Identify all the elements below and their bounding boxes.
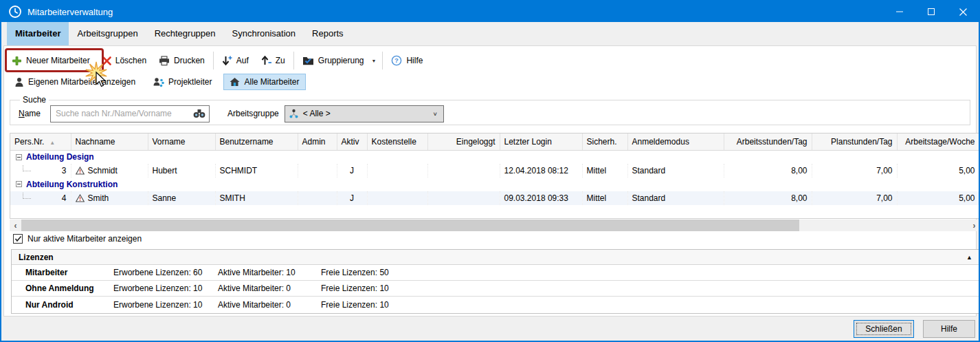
horizontal-scrollbar[interactable]: ‹ ›	[10, 220, 980, 231]
column-header-vorname[interactable]: Vorname	[148, 133, 215, 150]
all-employees-label: Alle Mitarbeiter	[244, 77, 299, 87]
minimize-button[interactable]	[884, 1, 915, 22]
home-icon	[230, 77, 240, 87]
app-icon	[8, 5, 22, 19]
column-header-benutzername[interactable]: Benutzername	[215, 133, 298, 150]
table-row-smith[interactable]: 4 Smith Sanne SMITH J 09.03.2018 09:33 M…	[10, 191, 979, 205]
close-icon	[959, 8, 967, 16]
project-lead-filter-button[interactable]: Projektleiter	[147, 74, 218, 90]
table-row-schmidt[interactable]: 3 Schmidt Hubert SCHMIDT J 12.04.2018 08…	[10, 164, 979, 178]
checkmark-icon	[14, 235, 22, 242]
app-window: Mitarbeiterverwaltung Mitarbeiter Arbeit…	[0, 0, 980, 342]
tree-line	[23, 193, 31, 199]
column-header-anmeldemodus[interactable]: Anmeldemodus	[627, 133, 724, 150]
group-row-design[interactable]: Abteilung Design	[10, 150, 979, 164]
grouping-button[interactable]: Gruppierung	[296, 51, 370, 70]
column-header-sicherh[interactable]: Sicherh.	[582, 133, 627, 150]
search-groupbox: Suche Name Arbeitsgruppe	[10, 95, 970, 125]
folder-icon	[302, 56, 314, 65]
tab-bar: Mitarbeiter Arbeitsgruppen Rechtegruppen…	[1, 22, 979, 45]
column-header-admin[interactable]: Admin	[298, 133, 337, 150]
employee-table: Pers.Nr.▲ Nachname Vorname Benutzername …	[10, 133, 980, 219]
name-label: Name	[19, 109, 41, 118]
new-employee-label: Neuer Mitarbeiter	[26, 56, 90, 65]
delete-label: Löschen	[115, 56, 146, 65]
plus-icon	[12, 56, 22, 66]
active-only-label: Nur aktive Mitarbeiter anzeigen	[27, 234, 142, 244]
help-dialog-button[interactable]: Hilfe	[923, 320, 975, 338]
column-header-persnr[interactable]: Pers.Nr.▲	[10, 133, 71, 150]
license-row-ohne-anmeldung: Ohne Anmeldung Erworbene Lizenzen: 10 Ak…	[12, 281, 979, 297]
scroll-left-icon[interactable]: ‹	[10, 220, 21, 231]
table-header-row: Pers.Nr.▲ Nachname Vorname Benutzername …	[10, 133, 979, 150]
scroll-right-icon[interactable]: ›	[968, 220, 980, 231]
warning-icon	[76, 167, 85, 175]
sort-asc-icon: ▲	[49, 140, 55, 146]
scrollbar-thumb[interactable]	[21, 220, 799, 231]
close-dialog-button[interactable]: Schließen	[854, 320, 914, 338]
tab-arbeitsgruppen[interactable]: Arbeitsgruppen	[69, 22, 146, 45]
all-employees-filter-button[interactable]: Alle Mitarbeiter	[223, 74, 305, 90]
svg-text:?: ?	[395, 56, 399, 64]
window-title: Mitarbeiterverwaltung	[27, 7, 113, 17]
help-icon: ?	[391, 55, 402, 66]
help-button[interactable]: ? Hilfe	[385, 51, 429, 70]
new-employee-button[interactable]: Neuer Mitarbeiter	[5, 51, 96, 70]
expand-all-button[interactable]: Auf	[216, 51, 255, 70]
workgroup-icon	[289, 109, 299, 119]
column-header-eingeloggt[interactable]: Eingeloggt	[427, 133, 500, 150]
column-header-aktiv[interactable]: Aktiv	[337, 133, 367, 150]
collapse-all-label: Zu	[276, 56, 285, 65]
delete-button[interactable]: Löschen	[96, 51, 153, 70]
active-only-filter[interactable]: Nur aktive Mitarbeiter anzeigen	[13, 234, 142, 244]
arrow-up-minus-icon	[261, 55, 271, 66]
tab-page-mitarbeiter: Neuer Mitarbeiter Löschen Drucken	[3, 45, 977, 317]
arrow-down-plus-icon	[222, 55, 232, 66]
tab-mitarbeiter[interactable]: Mitarbeiter	[7, 22, 69, 45]
active-only-checkbox[interactable]	[13, 234, 23, 244]
toolbar-separator	[382, 52, 383, 70]
panel-collapse-icon[interactable]: ▲	[966, 250, 972, 265]
search-input[interactable]	[50, 105, 210, 122]
collapse-all-button[interactable]: Zu	[255, 51, 291, 70]
tab-reports[interactable]: Reports	[304, 22, 352, 45]
print-button[interactable]: Drucken	[153, 51, 211, 70]
tree-collapse-icon[interactable]	[16, 154, 22, 160]
grouping-dropdown-caret[interactable]: ▼	[370, 58, 381, 63]
tab-rechtegruppen[interactable]: Rechtegruppen	[146, 22, 224, 45]
help-label: Hilfe	[406, 56, 423, 65]
project-lead-icon	[153, 77, 164, 87]
footer-bar: Schließen Hilfe	[1, 317, 979, 341]
project-lead-label: Projektleiter	[168, 77, 212, 87]
own-employees-filter-button[interactable]: Eigenen Mitarbeiter anzeigen	[8, 74, 142, 90]
license-row-mitarbeiter: Mitarbeiter Erworbene Lizenzen: 60 Aktiv…	[12, 265, 979, 281]
column-header-arbeitsstunden[interactable]: Arbeitsstunden/Tag	[724, 133, 812, 150]
delete-x-icon	[102, 56, 111, 65]
toolbar-separator	[213, 52, 214, 70]
column-header-nachname[interactable]: Nachname	[71, 133, 148, 150]
tab-synchronisation[interactable]: Synchronisation	[224, 22, 304, 45]
maximize-icon	[928, 8, 935, 15]
print-label: Drucken	[174, 56, 205, 65]
own-employees-label: Eigenen Mitarbeiter anzeigen	[28, 77, 135, 87]
warning-icon	[76, 194, 85, 202]
licenses-header: Lizenzen ▲	[12, 250, 979, 265]
tree-collapse-icon[interactable]	[16, 181, 22, 187]
group-label: Abteilung Design	[26, 152, 94, 162]
column-header-kostenstelle[interactable]: Kostenstelle	[367, 133, 427, 150]
close-button[interactable]	[947, 1, 979, 22]
toolbar-separator	[293, 52, 294, 70]
column-header-planstunden[interactable]: Planstunden/Tag	[812, 133, 897, 150]
maximize-button[interactable]	[915, 1, 947, 22]
main-toolbar: Neuer Mitarbeiter Löschen Drucken	[5, 49, 429, 72]
workgroup-selected-value: < Alle >	[303, 109, 331, 118]
search-legend: Suche	[20, 95, 49, 105]
workgroup-dropdown[interactable]: < Alle > ∨	[285, 105, 444, 122]
licenses-panel: Lizenzen ▲ Mitarbeiter Erworbene Lizenze…	[11, 249, 980, 314]
group-row-konstruktion[interactable]: Abteilung Konstruktion	[10, 178, 979, 191]
column-header-arbeitstage[interactable]: Arbeitstage/Woche	[897, 133, 979, 150]
grouping-label: Gruppierung	[318, 56, 364, 65]
chevron-down-icon: ∨	[432, 111, 437, 117]
title-bar: Mitarbeiterverwaltung	[1, 1, 979, 22]
column-header-letzter-login[interactable]: Letzter Login	[500, 133, 582, 150]
